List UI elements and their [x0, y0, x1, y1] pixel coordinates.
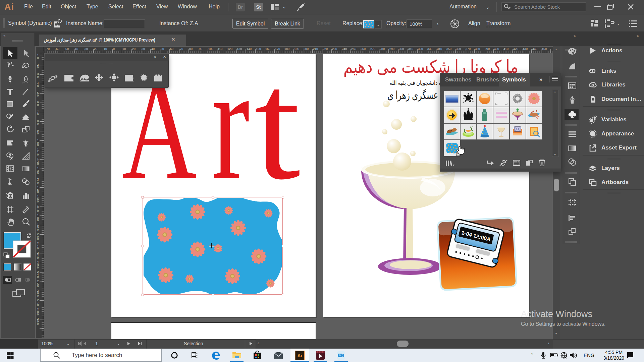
svg-text:r: r	[212, 54, 250, 195]
svg-text:t: t	[254, 54, 301, 195]
svg-text:Ai: Ai	[298, 353, 302, 358]
